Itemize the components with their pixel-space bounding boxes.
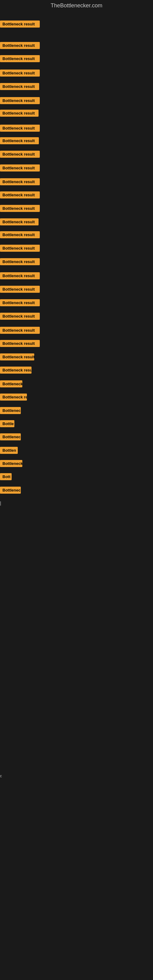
bottleneck-badge-35[interactable]: Bottlenec xyxy=(0,487,21,494)
bottleneck-item-30: Bottle xyxy=(0,420,14,428)
bottleneck-item-27: Bottleneck xyxy=(0,380,22,389)
bottleneck-badge-21[interactable]: Bottleneck result xyxy=(0,299,40,306)
bottleneck-item-4: Bottleneck result xyxy=(0,70,40,78)
bottleneck-item-3: Bottleneck result xyxy=(0,55,40,64)
bottleneck-badge-20[interactable]: Bottleneck result xyxy=(0,286,40,293)
bottleneck-item-16: Bottleneck result xyxy=(0,231,40,240)
bottleneck-item-31: Bottlenec xyxy=(0,433,21,442)
bottleneck-item-26: Bottleneck resu xyxy=(0,367,32,375)
bottleneck-badge-3[interactable]: Bottleneck result xyxy=(0,55,40,62)
bottleneck-item-15: Bottleneck result xyxy=(0,218,38,227)
bottleneck-item-25: Bottleneck result xyxy=(0,353,34,362)
bottleneck-item-6: Bottleneck result xyxy=(0,97,40,105)
bottleneck-item-17: Bottleneck result xyxy=(0,245,40,253)
bottleneck-badge-7[interactable]: Bottleneck result xyxy=(0,110,38,117)
bottleneck-item-23: Bottleneck result xyxy=(0,327,40,335)
bottleneck-badge-4[interactable]: Bottleneck result xyxy=(0,70,40,76)
bottleneck-item-5: Bottleneck result xyxy=(0,83,39,91)
bottleneck-item-14: Bottleneck result xyxy=(0,205,40,213)
bottleneck-item-11: Bottleneck result xyxy=(0,164,40,173)
bottleneck-badge-29[interactable]: Bottlenec xyxy=(0,407,21,414)
bottleneck-item-18: Bottleneck result xyxy=(0,258,40,266)
bottleneck-item-13: Bottleneck result xyxy=(0,191,40,200)
bottleneck-badge-24[interactable]: Bottleneck result xyxy=(0,340,40,347)
bottleneck-item-19: Bottleneck result xyxy=(0,272,40,280)
bottleneck-badge-33[interactable]: Bottleneck xyxy=(0,460,22,467)
bottleneck-badge-15[interactable]: Bottleneck result xyxy=(0,218,38,225)
bottleneck-badge-1[interactable]: Bottleneck result xyxy=(0,21,40,27)
cursor-indicator: | xyxy=(0,501,1,506)
bottleneck-badge-34[interactable]: Bott xyxy=(0,473,12,480)
bottleneck-badge-30[interactable]: Bottle xyxy=(0,420,14,427)
bottleneck-badge-31[interactable]: Bottlenec xyxy=(0,433,21,441)
bottleneck-item-2: Bottleneck result xyxy=(0,42,40,50)
bottleneck-item-21: Bottleneck result xyxy=(0,299,40,307)
bottleneck-item-29: Bottlenec xyxy=(0,407,21,415)
bottleneck-item-24: Bottleneck result xyxy=(0,340,40,348)
bottleneck-badge-23[interactable]: Bottleneck result xyxy=(0,327,40,334)
bottleneck-badge-5[interactable]: Bottleneck result xyxy=(0,83,39,90)
bottleneck-item-22: Bottleneck result xyxy=(0,313,40,321)
bottleneck-badge-6[interactable]: Bottleneck result xyxy=(0,97,40,104)
bottleneck-badge-10[interactable]: Bottleneck result xyxy=(0,151,40,158)
bottleneck-item-32: Bottlen xyxy=(0,447,18,455)
bottleneck-badge-19[interactable]: Bottleneck result xyxy=(0,272,40,279)
bottleneck-badge-32[interactable]: Bottlen xyxy=(0,447,18,454)
bottleneck-badge-8[interactable]: Bottleneck result xyxy=(0,125,40,132)
bottleneck-item-8: Bottleneck result xyxy=(0,125,40,133)
bottleneck-badge-17[interactable]: Bottleneck result xyxy=(0,245,40,252)
bottleneck-badge-28[interactable]: Bottleneck re xyxy=(0,393,27,401)
bottleneck-badge-18[interactable]: Bottleneck result xyxy=(0,258,40,265)
bottleneck-item-1: Bottleneck result xyxy=(0,21,40,29)
bottleneck-badge-12[interactable]: Bottleneck result xyxy=(0,178,40,185)
bottleneck-item-9: Bottleneck result xyxy=(0,137,39,145)
bottleneck-item-20: Bottleneck result xyxy=(0,286,40,294)
small-item: c xyxy=(0,774,2,778)
bottleneck-badge-25[interactable]: Bottleneck result xyxy=(0,353,34,360)
bottleneck-item-7: Bottleneck result xyxy=(0,110,38,118)
bottleneck-badge-14[interactable]: Bottleneck result xyxy=(0,205,40,212)
bottleneck-item-10: Bottleneck result xyxy=(0,151,40,159)
bottleneck-item-34: Bott xyxy=(0,473,12,481)
bottleneck-badge-2[interactable]: Bottleneck result xyxy=(0,42,40,49)
bottleneck-badge-22[interactable]: Bottleneck result xyxy=(0,313,40,320)
bottleneck-badge-26[interactable]: Bottleneck resu xyxy=(0,367,32,374)
bottleneck-item-35: Bottlenec xyxy=(0,487,21,495)
bottleneck-badge-9[interactable]: Bottleneck result xyxy=(0,137,39,144)
bottleneck-badge-13[interactable]: Bottleneck result xyxy=(0,191,40,199)
bottleneck-badge-16[interactable]: Bottleneck result xyxy=(0,231,40,238)
site-title: TheBottlenecker.com xyxy=(0,0,153,11)
bottleneck-item-33: Bottleneck xyxy=(0,460,22,468)
bottleneck-badge-11[interactable]: Bottleneck result xyxy=(0,164,40,172)
bottleneck-item-28: Bottleneck re xyxy=(0,393,27,402)
bottleneck-item-12: Bottleneck result xyxy=(0,178,40,186)
bottleneck-badge-27[interactable]: Bottleneck xyxy=(0,380,22,387)
